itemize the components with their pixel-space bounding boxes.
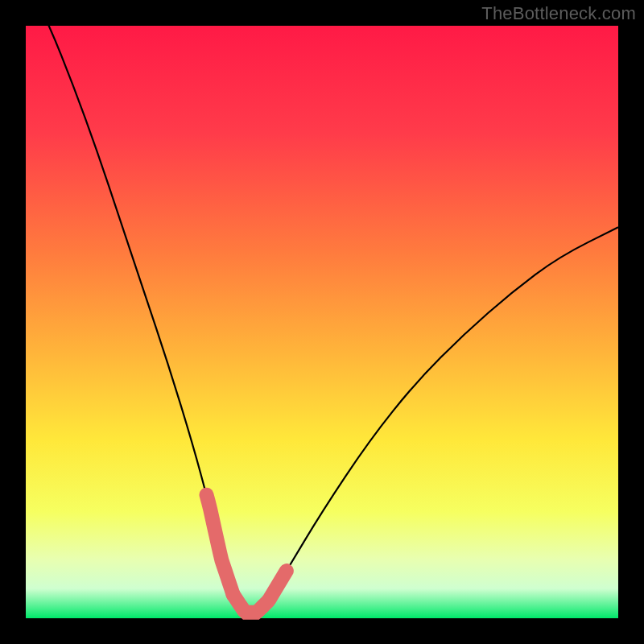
chart-container: TheBottleneck.com [0,0,644,644]
chart-svg [0,0,644,644]
watermark-text: TheBottleneck.com [481,3,636,24]
chart-gradient-background [26,26,618,618]
